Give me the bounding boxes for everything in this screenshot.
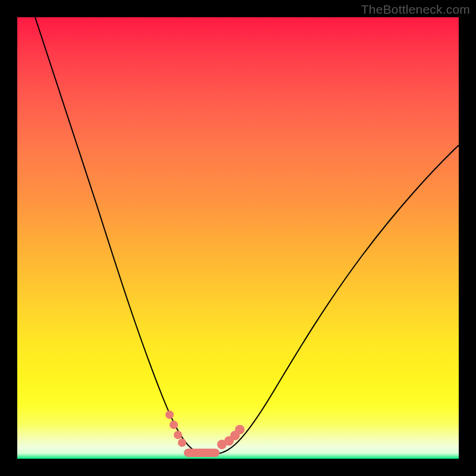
curve-svg	[17, 17, 459, 459]
svg-point-2	[174, 431, 182, 439]
bottleneck-curve	[35, 17, 459, 455]
svg-point-0	[165, 411, 174, 419]
optimal-bar	[184, 449, 220, 457]
chart-stage: TheBottleneck.com	[0, 0, 476, 476]
svg-point-7	[235, 425, 245, 434]
svg-point-1	[170, 421, 178, 429]
plot-area	[17, 17, 459, 459]
svg-point-3	[178, 439, 186, 447]
watermark-text: TheBottleneck.com	[361, 2, 470, 17]
